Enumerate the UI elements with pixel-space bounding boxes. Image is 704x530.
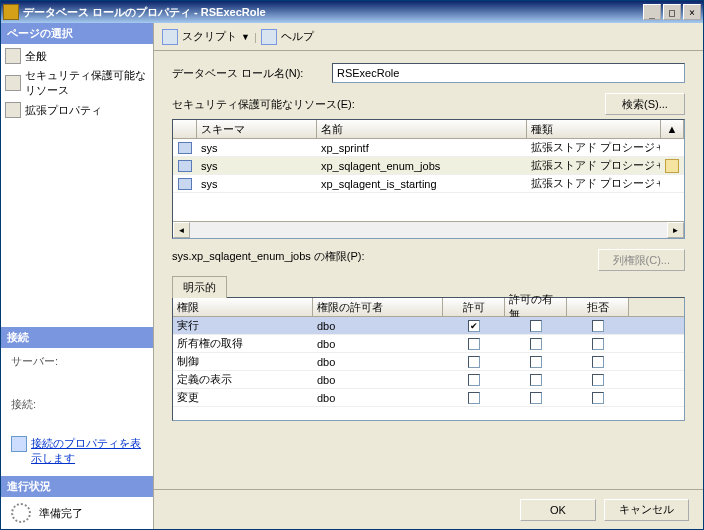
checkbox[interactable]	[468, 338, 480, 350]
cancel-button[interactable]: キャンセル	[604, 499, 689, 521]
cell-edit	[661, 183, 684, 185]
grant-checkbox[interactable]	[443, 391, 505, 405]
minimize-button[interactable]: _	[643, 4, 661, 20]
server-label: サーバー:	[11, 354, 143, 369]
window-title: データベース ロールのプロパティ - RSExecRole	[23, 5, 641, 20]
tab-explicit[interactable]: 明示的	[172, 276, 227, 298]
role-name-input[interactable]	[332, 63, 685, 83]
col-sort[interactable]: ▲	[661, 120, 684, 138]
cell-grantor: dbo	[313, 373, 443, 387]
titlebar[interactable]: データベース ロールのプロパティ - RSExecRole _ □ ×	[1, 1, 703, 23]
cell-edit	[661, 158, 684, 174]
checkbox[interactable]: ✔	[468, 320, 480, 332]
close-button[interactable]: ×	[683, 4, 701, 20]
checkbox[interactable]	[468, 374, 480, 386]
deny-checkbox[interactable]	[567, 373, 629, 387]
window-icon	[3, 4, 19, 20]
horizontal-scrollbar[interactable]: ◄ ►	[173, 221, 684, 238]
role-name-label: データベース ロール名(N):	[172, 66, 332, 81]
grant-checkbox[interactable]	[443, 337, 505, 351]
cell-edit	[661, 147, 684, 149]
toolbar: スクリプト ▼ | ヘルプ	[154, 23, 703, 51]
permission-row[interactable]: 定義の表示dbo	[173, 371, 684, 389]
withgrant-checkbox[interactable]	[505, 373, 567, 387]
checkbox[interactable]	[530, 356, 542, 368]
permission-row[interactable]: 実行dbo✔	[173, 317, 684, 335]
nav-label: 拡張プロパティ	[25, 103, 102, 118]
checkbox[interactable]	[530, 392, 542, 404]
col-with-grant[interactable]: 許可の有無	[505, 298, 567, 316]
nav-item-extended-properties[interactable]: 拡張プロパティ	[1, 100, 153, 120]
search-button[interactable]: 検索(S)...	[605, 93, 685, 115]
withgrant-checkbox[interactable]	[505, 391, 567, 405]
cell-permission: 制御	[173, 353, 313, 370]
connection-header: 接続	[1, 327, 153, 348]
checkbox[interactable]	[592, 374, 604, 386]
deny-checkbox[interactable]	[567, 319, 629, 333]
checkbox[interactable]	[468, 356, 480, 368]
col-permission[interactable]: 権限	[173, 298, 313, 316]
checkbox[interactable]	[530, 374, 542, 386]
checkbox[interactable]	[592, 356, 604, 368]
cell-schema: sys	[197, 159, 317, 173]
permission-row[interactable]: 所有権の取得dbo	[173, 335, 684, 353]
nav-label: 全般	[25, 49, 47, 64]
securables-grid[interactable]: スキーマ 名前 種類 ▲ sysxp_sprintf拡張ストアド プロシージャs…	[172, 119, 685, 239]
checkbox[interactable]	[592, 320, 604, 332]
checkbox[interactable]	[468, 392, 480, 404]
deny-checkbox[interactable]	[567, 337, 629, 351]
link-text: 接続のプロパティを表示します	[31, 436, 143, 466]
nav-item-securables[interactable]: セキュリティ保護可能なリソース	[1, 66, 153, 100]
cell-grantor: dbo	[313, 355, 443, 369]
scroll-right-button[interactable]: ►	[667, 222, 684, 238]
cell-type: 拡張ストアド プロシージャ	[527, 157, 661, 174]
permission-row[interactable]: 変更dbo	[173, 389, 684, 407]
view-connection-properties-link[interactable]: 接続のプロパティを表示します	[11, 432, 143, 470]
help-button[interactable]: ヘルプ	[281, 29, 314, 44]
grant-checkbox[interactable]: ✔	[443, 319, 505, 333]
permissions-grid[interactable]: 権限 権限の許可者 許可 許可の有無 拒否 実行dbo✔所有権の取得dbo制御d…	[172, 297, 685, 421]
grant-checkbox[interactable]	[443, 373, 505, 387]
cell-type: 拡張ストアド プロシージャ	[527, 175, 661, 192]
col-schema[interactable]: スキーマ	[197, 120, 317, 138]
grant-checkbox[interactable]	[443, 355, 505, 369]
deny-checkbox[interactable]	[567, 391, 629, 405]
permission-row[interactable]: 制御dbo	[173, 353, 684, 371]
withgrant-checkbox[interactable]	[505, 337, 567, 351]
deny-checkbox[interactable]	[567, 355, 629, 369]
cell-grantor: dbo	[313, 319, 443, 333]
col-deny[interactable]: 拒否	[567, 298, 629, 316]
checkbox[interactable]	[592, 338, 604, 350]
nav-list: 全般 セキュリティ保護可能なリソース 拡張プロパティ	[1, 44, 153, 122]
checkbox[interactable]	[530, 338, 542, 350]
table-row[interactable]: sysxp_sqlagent_enum_jobs拡張ストアド プロシージャ	[173, 157, 684, 175]
scroll-track[interactable]	[190, 222, 667, 238]
page-icon	[5, 75, 21, 91]
cell-name: xp_sqlagent_enum_jobs	[317, 159, 527, 173]
progress-header: 進行状況	[1, 476, 153, 497]
scroll-left-button[interactable]: ◄	[173, 222, 190, 238]
connection-value	[11, 418, 143, 432]
cell-schema: sys	[197, 141, 317, 155]
progress-spinner-icon	[11, 503, 31, 523]
table-row[interactable]: sysxp_sqlagent_is_starting拡張ストアド プロシージャ	[173, 175, 684, 193]
properties-icon	[11, 436, 27, 452]
script-button[interactable]: スクリプト	[182, 29, 237, 44]
grid-corner	[173, 120, 197, 138]
cell-permission: 定義の表示	[173, 371, 313, 388]
maximize-button[interactable]: □	[663, 4, 681, 20]
edit-icon[interactable]	[665, 159, 679, 173]
table-row[interactable]: sysxp_sprintf拡張ストアド プロシージャ	[173, 139, 684, 157]
dropdown-arrow-icon[interactable]: ▼	[241, 32, 250, 42]
col-type[interactable]: 種類	[527, 120, 661, 138]
checkbox[interactable]	[530, 320, 542, 332]
checkbox[interactable]	[592, 392, 604, 404]
col-name[interactable]: 名前	[317, 120, 527, 138]
col-grant[interactable]: 許可	[443, 298, 505, 316]
col-grantor[interactable]: 権限の許可者	[313, 298, 443, 316]
ok-button[interactable]: OK	[520, 499, 596, 521]
nav-item-general[interactable]: 全般	[1, 46, 153, 66]
withgrant-checkbox[interactable]	[505, 355, 567, 369]
withgrant-checkbox[interactable]	[505, 319, 567, 333]
object-icon	[178, 160, 192, 172]
